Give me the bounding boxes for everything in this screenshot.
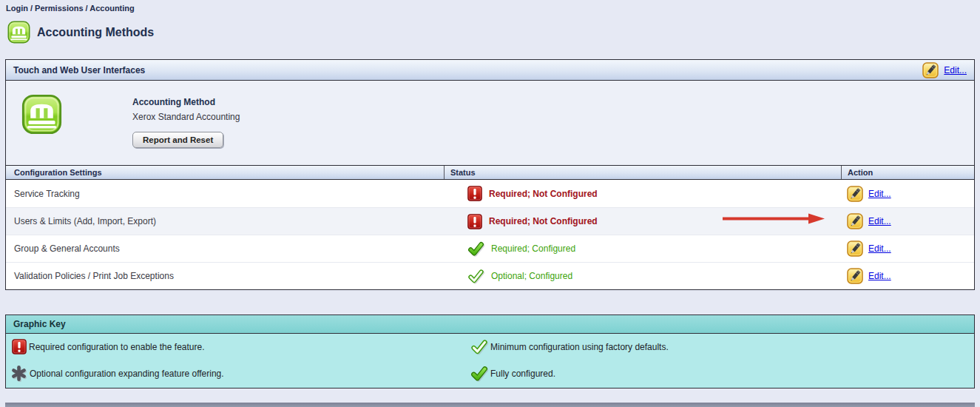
action-cell: Edit...: [841, 186, 974, 202]
required-icon: [12, 339, 27, 354]
graphic-key-body: Required configuration to enable the fea…: [6, 334, 974, 387]
touch-and-web-ui-panel: Touch and Web User Interfaces Edit... Ac…: [5, 59, 975, 290]
status-cell: Optional; Configured: [444, 268, 841, 285]
setting-name: Service Tracking: [6, 189, 444, 199]
setting-name: Validation Policies / Print Job Exceptio…: [6, 271, 444, 281]
accounting-bank-icon-large: [21, 94, 62, 135]
panel-edit-action[interactable]: Edit...: [922, 62, 967, 78]
status-text: Required; Not Configured: [489, 189, 598, 199]
panel-edit-link[interactable]: Edit...: [944, 65, 967, 75]
page-title: Accounting Methods: [37, 26, 154, 39]
annotation-arrow-icon: [716, 212, 828, 226]
graphic-key-panel: Graphic Key Required configuration to en…: [5, 314, 975, 388]
report-and-reset-button[interactable]: Report and Reset: [132, 132, 223, 148]
minimum-configured-check-icon: [470, 338, 488, 356]
table-row-users-and-limits: Users & Limits (Add, Import, Export) Req…: [6, 207, 974, 235]
status-text: Required; Not Configured: [489, 216, 598, 226]
table-row-service-tracking: Service Tracking Required; Not Configure…: [6, 180, 974, 207]
setting-name: Users & Limits (Add, Import, Export): [6, 216, 444, 226]
pencil-icon: [847, 268, 863, 284]
accounting-methods-page: Login / Permissions / Accounting Account…: [0, 0, 980, 407]
key-item-text: Optional configuration expanding feature…: [30, 369, 224, 379]
column-header-action: Action: [841, 166, 974, 179]
required-icon: [467, 186, 482, 201]
panel-header-title: Touch and Web User Interfaces: [13, 65, 145, 75]
key-item-text: Fully configured.: [490, 369, 555, 379]
table-row-validation-policies: Validation Policies / Print Job Exceptio…: [6, 262, 974, 289]
status-text: Optional; Configured: [491, 271, 572, 281]
key-item-optional: Optional configuration expanding feature…: [10, 365, 224, 382]
optional-asterisk-icon: [10, 365, 27, 382]
breadcrumb[interactable]: Login / Permissions / Accounting: [6, 4, 135, 13]
action-cell: Edit...: [841, 213, 974, 229]
config-table-header: Configuration Settings Status Action: [6, 165, 974, 180]
key-item-text: Required configuration to enable the fea…: [29, 342, 205, 352]
accounting-bank-icon: [7, 21, 30, 44]
action-cell: Edit...: [841, 240, 974, 257]
accounting-method-section: Accounting Method Xerox Standard Account…: [6, 81, 974, 165]
status-cell: Required; Not Configured: [444, 186, 841, 201]
setting-name: Group & General Accounts: [6, 243, 444, 254]
accounting-method-label: Accounting Method: [132, 97, 240, 107]
column-header-status: Status: [444, 166, 841, 179]
graphic-key-header: Graphic Key: [6, 315, 974, 334]
horizontal-scrollbar[interactable]: [5, 403, 975, 407]
key-item-required: Required configuration to enable the fea…: [12, 339, 205, 354]
table-row-group-general-accounts: Group & General Accounts Required; Confi…: [6, 235, 974, 262]
row-edit-link[interactable]: Edit...: [868, 189, 891, 199]
fully-configured-check-icon: [470, 365, 488, 383]
pencil-icon: [847, 240, 863, 257]
required-icon: [467, 214, 482, 229]
status-text: Required; Configured: [491, 243, 575, 254]
row-edit-link[interactable]: Edit...: [868, 216, 891, 226]
action-cell: Edit...: [841, 268, 974, 284]
page-title-row: Accounting Methods: [7, 21, 154, 44]
key-item-minimum-configured: Minimum configuration using factory defa…: [470, 338, 669, 356]
column-header-configuration-settings: Configuration Settings: [6, 166, 444, 179]
pencil-icon: [922, 62, 939, 78]
status-cell: Required; Configured: [444, 240, 841, 258]
fully-configured-check-icon: [467, 240, 484, 258]
accounting-method-value: Xerox Standard Accounting: [132, 112, 240, 122]
pencil-icon: [847, 213, 863, 229]
accounting-method-block: Accounting Method Xerox Standard Account…: [132, 97, 240, 148]
key-item-text: Minimum configuration using factory defa…: [490, 342, 669, 352]
key-item-fully-configured: Fully configured.: [470, 365, 555, 383]
panel-header: Touch and Web User Interfaces Edit...: [6, 60, 974, 81]
row-edit-link[interactable]: Edit...: [868, 243, 891, 254]
pencil-icon: [847, 186, 863, 202]
row-edit-link[interactable]: Edit...: [868, 271, 891, 281]
minimum-configured-check-icon: [467, 268, 484, 285]
